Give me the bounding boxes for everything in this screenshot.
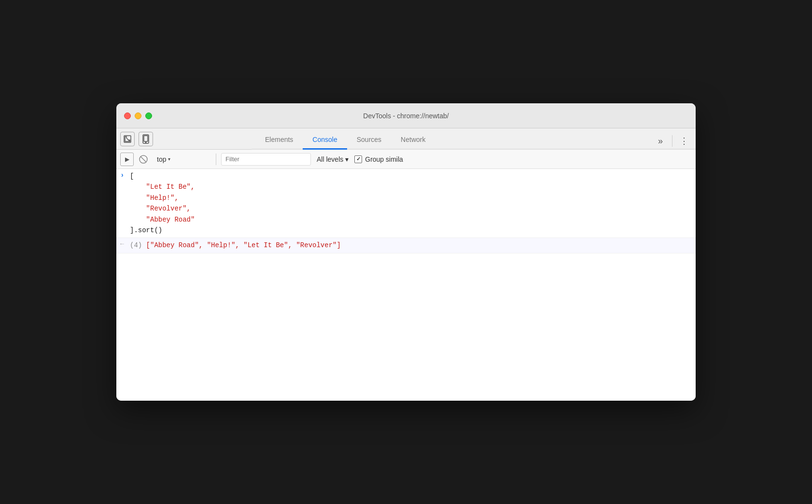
svg-line-6	[140, 156, 146, 162]
devtools-window: DevTools - chrome://newtab/	[116, 103, 696, 401]
code-line-3: "Revolver",	[130, 203, 692, 214]
more-tabs-button[interactable]: »	[653, 133, 668, 149]
titlebar: DevTools - chrome://newtab/	[116, 103, 696, 128]
console-output: › [ "Let It Be", "Help!", "Revolver", "A…	[116, 169, 696, 401]
group-similar-checkbox[interactable]	[354, 155, 362, 163]
device-toggle-button[interactable]	[139, 132, 153, 146]
console-toolbar: ▶ top ▾ All levels ▾ Group simila	[116, 150, 696, 169]
group-similar-label: Group simila	[365, 155, 403, 163]
context-selector[interactable]: top ▾	[153, 154, 211, 165]
output-count: (4)	[130, 241, 146, 249]
output-result: ["Abbey Road", "Help!", "Let It Be", "Re…	[146, 241, 341, 249]
window-title: DevTools - chrome://newtab/	[363, 112, 448, 120]
levels-arrow: ▾	[345, 155, 349, 163]
input-code: [ "Let It Be", "Help!", "Revolver", "Abb…	[130, 171, 692, 236]
tab-elements[interactable]: Elements	[255, 131, 303, 150]
output-code: (4) ["Abbey Road", "Help!", "Let It Be",…	[130, 240, 692, 251]
code-line-1: "Let It Be",	[130, 182, 692, 192]
clear-console-button[interactable]	[137, 153, 150, 166]
code-line-2: "Help!",	[130, 193, 692, 203]
close-button[interactable]	[124, 112, 131, 119]
svg-rect-3	[144, 136, 148, 141]
expand-icon: ›	[120, 171, 124, 179]
run-script-button[interactable]: ▶	[120, 153, 134, 166]
maximize-button[interactable]	[145, 112, 152, 119]
code-line-bracket-open: [	[130, 171, 692, 182]
minimize-button[interactable]	[135, 112, 141, 119]
output-arrow: ←	[120, 240, 130, 248]
tab-bar: Elements Console Sources Network » ⋮	[252, 128, 696, 150]
traffic-lights	[124, 112, 152, 119]
console-input-entry: › [ "Let It Be", "Help!", "Revolver", "A…	[116, 169, 696, 238]
context-value: top	[157, 155, 166, 163]
inspect-element-button[interactable]	[120, 132, 135, 146]
console-output-entry: ← (4) ["Abbey Road", "Help!", "Let It Be…	[116, 238, 696, 253]
console-filter-input[interactable]	[221, 153, 311, 166]
header-section: Elements Console Sources Network » ⋮	[116, 128, 696, 150]
vertical-divider	[672, 135, 672, 147]
group-similar-option: Group simila	[354, 155, 403, 163]
clear-icon	[139, 154, 148, 164]
tab-network[interactable]: Network	[391, 131, 435, 150]
tab-sources[interactable]: Sources	[347, 131, 391, 150]
tab-console[interactable]: Console	[303, 131, 347, 150]
levels-label: All levels	[317, 155, 343, 163]
run-icon: ▶	[125, 156, 129, 163]
context-dropdown-arrow: ▾	[168, 156, 170, 162]
svg-point-4	[145, 142, 146, 143]
top-toolbar	[116, 128, 252, 150]
levels-selector[interactable]: All levels ▾	[314, 154, 351, 165]
tabs-overflow: » ⋮	[653, 133, 692, 149]
code-line-sort: ].sort()	[130, 225, 692, 236]
input-expand-arrow[interactable]: ›	[120, 171, 130, 179]
toolbar-divider	[216, 154, 216, 165]
code-line-4: "Abbey Road"	[130, 214, 692, 225]
devtools-menu-button[interactable]: ⋮	[676, 133, 692, 149]
